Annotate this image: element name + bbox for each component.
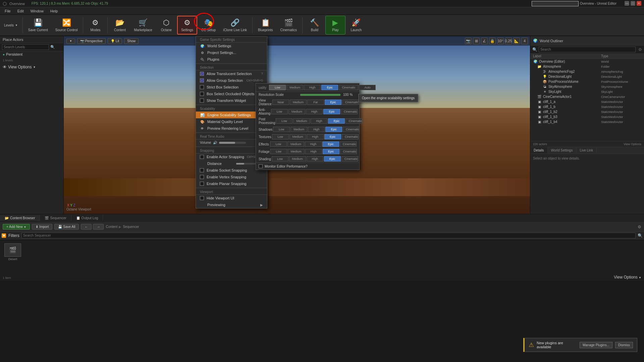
marketplace-button[interactable]: 🛒 Marketplace	[130, 16, 155, 35]
sd-cinematic-btn[interactable]: Cinematic	[341, 156, 358, 162]
view-options-outliner[interactable]: View Options	[624, 142, 641, 146]
grid-icon-btn[interactable]: ⊞	[473, 38, 480, 44]
pp-high-btn[interactable]: High	[311, 118, 327, 124]
previewing-item[interactable]: Previewing ▶	[196, 201, 267, 208]
forward-button[interactable]: →	[93, 224, 104, 230]
fo-medium-btn[interactable]: Medium	[288, 149, 305, 154]
tx-low-btn[interactable]: Low	[272, 134, 289, 139]
outliner-search-input[interactable]	[539, 47, 636, 52]
quality-high-button[interactable]: High	[304, 85, 321, 90]
manage-plugins-button[interactable]: Manage Plugins...	[580, 342, 612, 348]
outliner-item-cliff1b3[interactable]: ▣ cliff_1_b3 StaticMeshActor	[530, 114, 644, 119]
monitor-checkbox[interactable]	[259, 164, 263, 168]
breadcrumb-sequencer[interactable]: Sequencer	[123, 225, 139, 229]
outliner-item-cliff1b4[interactable]: ▣ cliff_1_b4 StaticMeshActor	[530, 119, 644, 124]
vd-far-btn[interactable]: Far	[307, 100, 324, 105]
quality-epic-button[interactable]: Epic	[321, 85, 338, 90]
outliner-item-cliff1a[interactable]: ▣ cliff_1_a StaticMeshActor	[530, 99, 644, 104]
minimize-button[interactable]: —	[625, 1, 629, 6]
search-levels-input[interactable]	[2, 44, 49, 50]
breadcrumb-content[interactable]: Content	[106, 225, 117, 229]
allow-group-item[interactable]: ✓ Allow Group Selection Ctrl+Shift+G	[196, 77, 267, 84]
outliner-settings-icon[interactable]: ⚙	[638, 47, 642, 52]
settings-button[interactable]: ⚙ Settings	[177, 16, 197, 35]
persistent-level-item[interactable]: ● Persistent	[0, 51, 63, 57]
resolution-scale-slider[interactable]	[300, 94, 340, 96]
enable-vertex-snapping-item[interactable]: Enable Vertex Snapping	[196, 174, 267, 180]
perspective-button[interactable]: 📷 Perspective	[77, 38, 106, 44]
octane-button[interactable]: ⬡ Octane	[156, 16, 176, 35]
aa-medium-btn[interactable]: Medium	[288, 109, 305, 114]
outliner-item-postprocess[interactable]: 📦 PostProcessVolume PostProcessVolume	[530, 79, 644, 84]
sequencer-search-input[interactable]	[21, 233, 636, 238]
allow-translucent-item[interactable]: ✓ Allow Translucent Selection T	[196, 70, 267, 77]
enable-planar-snapping-item[interactable]: Enable Planar Snapping	[196, 180, 267, 187]
play-button[interactable]: ▶ Play	[325, 16, 345, 35]
world-settings-item[interactable]: 🌍 World Settings	[196, 43, 267, 49]
tx-cinematic-btn[interactable]: Cinematic	[342, 134, 359, 139]
sd-high-btn[interactable]: High	[307, 156, 323, 162]
cc-setup-button[interactable]: 🎭 CC Setup	[198, 16, 219, 35]
levels-button[interactable]: Levels ▼	[1, 22, 20, 28]
aa-high-btn[interactable]: High	[306, 109, 323, 114]
ef-medium-btn[interactable]: Medium	[287, 141, 304, 147]
quality-auto-button[interactable]: Auto	[359, 85, 376, 90]
cinematics-button[interactable]: 🎬 Cinematics	[277, 16, 300, 35]
snap-dist-icon-btn[interactable]: 0,25	[505, 38, 512, 44]
snap-scale-icon-btn[interactable]: 📐	[513, 38, 520, 44]
tx-high-btn[interactable]: High	[307, 134, 324, 139]
ef-epic-btn[interactable]: Epic	[322, 141, 339, 147]
ef-high-btn[interactable]: High	[305, 141, 322, 147]
tab-details[interactable]: Details	[530, 147, 548, 154]
outliner-item-cinecam[interactable]: 🎬 CineCameraActor1 CineCameraActor	[530, 94, 644, 99]
tab-content-browser[interactable]: 📂 Content Browser	[0, 215, 40, 221]
content-browser-settings[interactable]: ⚙	[638, 225, 641, 229]
volume-slider[interactable]	[219, 142, 246, 144]
tab-output-log[interactable]: 📋 Output Log	[71, 215, 103, 221]
outliner-item-atm-fog2[interactable]: 🌫 AtmosphericFog2 AtmosphericFog	[530, 69, 644, 74]
fo-epic-btn[interactable]: Epic	[323, 149, 339, 154]
fo-low-btn[interactable]: Low	[270, 149, 287, 154]
outliner-item-cliff1b2[interactable]: ▣ cliff_1_b2 StaticMeshActor	[530, 109, 644, 114]
tab-sequencer[interactable]: 🎬 Sequencer	[40, 215, 71, 221]
tab-live-link[interactable]: Live Link	[576, 147, 596, 154]
aa-epic-btn[interactable]: Epic	[323, 109, 340, 114]
view-options-bottom[interactable]: View Options ▼	[614, 275, 641, 280]
outliner-item-atmosphere[interactable]: 📁 Atmosphere Folder	[530, 64, 644, 69]
filters-label[interactable]: Filters	[8, 233, 19, 238]
ef-low-btn[interactable]: Low	[270, 141, 287, 147]
fo-cinematic-btn[interactable]: Cinematic	[340, 149, 357, 154]
camera-speed-btn[interactable]: 4	[521, 38, 528, 44]
pp-low-btn[interactable]: Low	[276, 118, 292, 124]
sd-medium-btn[interactable]: Medium	[289, 156, 306, 162]
plugins-item[interactable]: 🔌 Plugins	[196, 56, 267, 63]
vd-medium-btn[interactable]: Medium	[290, 100, 307, 105]
lit-button[interactable]: 💡 Lit	[108, 38, 122, 44]
build-button[interactable]: 🔨 Build	[305, 16, 325, 35]
outliner-item-cliff1b[interactable]: ▣ cliff_1_b StaticMeshActor	[530, 104, 644, 109]
overview-tab[interactable]: Overview	[9, 2, 25, 6]
sh-low-btn[interactable]: Low	[273, 127, 290, 132]
view-options-left[interactable]: 👁 View Options ▼	[0, 63, 63, 71]
sh-cinematic-btn[interactable]: Cinematic	[343, 127, 360, 132]
save-current-button[interactable]: 💾 Save Current	[25, 16, 51, 35]
ef-cinematic-btn[interactable]: Cinematic	[340, 141, 357, 147]
back-button[interactable]: ←	[81, 224, 92, 230]
blueprints-button[interactable]: 📋 Blueprints	[255, 16, 276, 35]
outliner-item-overview[interactable]: 🌍 Overview (Editor) World	[530, 59, 644, 64]
camera-icon-btn[interactable]: 📷	[465, 38, 472, 44]
snap-angle-icon-btn[interactable]: 10°	[497, 38, 504, 44]
quality-medium-button[interactable]: Medium	[286, 85, 303, 90]
maximize-button[interactable]: □	[631, 1, 635, 6]
import-button[interactable]: ⬇ Import	[32, 224, 52, 230]
sh-high-btn[interactable]: High	[308, 127, 325, 132]
modes-button[interactable]: ⚙ Modes	[85, 16, 105, 35]
viewport-options-button[interactable]: ▼	[66, 39, 75, 44]
sd-low-btn[interactable]: Low	[272, 156, 288, 162]
pp-cinematic-btn[interactable]: Cinematic	[345, 118, 362, 124]
sh-epic-btn[interactable]: Epic	[325, 127, 342, 132]
hide-viewport-ui-item[interactable]: Hide Viewport UI	[196, 195, 267, 201]
dismiss-button[interactable]: Dismiss	[615, 342, 633, 348]
pp-medium-btn[interactable]: Medium	[293, 118, 310, 124]
quality-low-button[interactable]: Low	[269, 85, 286, 90]
